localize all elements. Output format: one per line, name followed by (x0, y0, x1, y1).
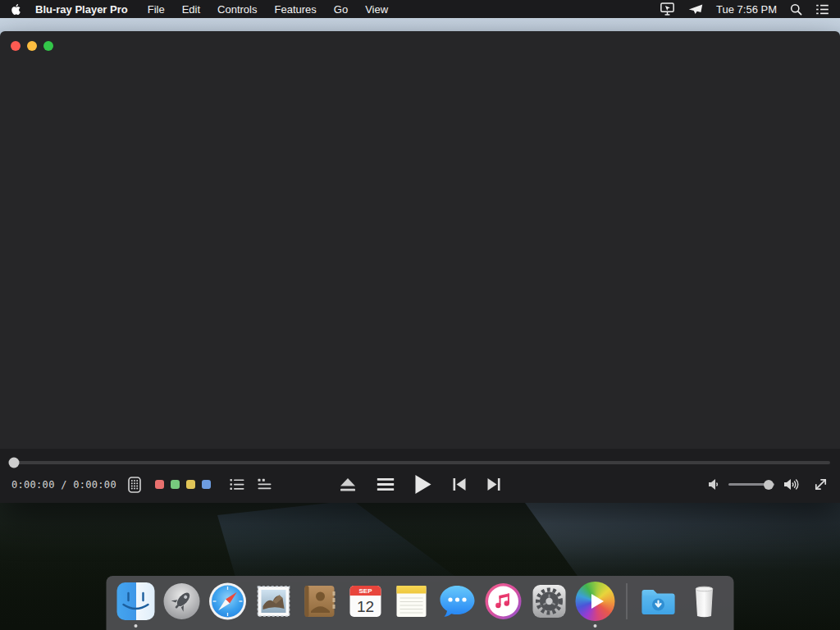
player-window: 0:00:00 / 0:00:00 (0, 31, 840, 503)
chapters-button[interactable] (258, 478, 272, 491)
dock-item-finder[interactable] (116, 582, 156, 621)
menu-go[interactable]: Go (334, 3, 348, 16)
dock: SEP 12 (107, 576, 734, 630)
buttons-row: 0:00:00 / 0:00:00 (0, 468, 840, 501)
volume-down-button[interactable] (708, 478, 719, 491)
apple-menu[interactable] (11, 3, 21, 16)
green-color-button[interactable] (171, 480, 180, 489)
spotlight-menu-item[interactable] (790, 3, 802, 16)
dock-item-trash[interactable] (685, 582, 724, 621)
progress-slider[interactable] (10, 461, 830, 464)
contacts-icon (300, 582, 340, 621)
trash-icon (685, 582, 724, 621)
close-button[interactable] (11, 41, 21, 51)
running-indicator (594, 624, 597, 628)
dock-item-safari[interactable] (208, 582, 248, 621)
calendar-day-label: 12 (357, 598, 374, 615)
yellow-color-button[interactable] (186, 480, 195, 489)
chapters-icon (258, 478, 272, 491)
dock-item-mail[interactable] (254, 582, 294, 621)
display-mirroring-menu-item[interactable] (660, 2, 675, 16)
progress-row (10, 457, 830, 468)
dock-item-downloads[interactable] (639, 582, 678, 621)
dock-item-messages[interactable] (438, 582, 477, 621)
next-icon (487, 477, 501, 491)
play-triangle (591, 594, 604, 609)
messages-icon (438, 582, 477, 621)
app-menu-title[interactable]: Blu-ray Player Pro (35, 3, 128, 16)
volume-slider[interactable] (728, 483, 774, 486)
dock-item-calendar[interactable]: SEP 12 (346, 582, 386, 621)
apple-logo-icon (11, 3, 21, 16)
notes-icon (392, 582, 431, 621)
fullscreen-icon (813, 477, 829, 492)
dock-item-launchpad[interactable] (162, 582, 202, 621)
disc-menu-icon (377, 477, 395, 491)
fullscreen-button[interactable] (813, 477, 829, 492)
previous-button[interactable] (453, 477, 467, 491)
calendar-icon: SEP 12 (346, 582, 386, 621)
notification-center-menu-item[interactable] (815, 4, 829, 15)
numeric-keypad-button[interactable] (128, 477, 141, 493)
time-display: 0:00:00 / 0:00:00 (11, 479, 116, 491)
red-color-button[interactable] (155, 480, 164, 489)
calendar-month-label: SEP (358, 587, 372, 595)
previous-icon (453, 477, 467, 491)
playlist-button[interactable] (230, 478, 244, 491)
menu-controls[interactable]: Controls (217, 3, 257, 16)
menu-bar-clock[interactable]: Tue 7:56 PM (716, 3, 777, 16)
menu-bar-status-area: Tue 7:56 PM (660, 2, 829, 16)
play-icon (415, 474, 432, 495)
menu-view[interactable]: View (365, 3, 388, 16)
dock-item-system-preferences[interactable] (530, 582, 569, 621)
itunes-icon (484, 582, 523, 621)
next-button[interactable] (487, 477, 501, 491)
menu-edit[interactable]: Edit (182, 3, 200, 16)
transport-controls (340, 474, 501, 495)
bd-color-buttons (155, 480, 211, 489)
running-indicator (135, 624, 138, 628)
numeric-keypad-icon (128, 477, 141, 493)
dock-item-itunes[interactable] (484, 582, 523, 621)
dock-item-bluray-player[interactable] (576, 582, 615, 621)
dock-item-notes[interactable] (392, 582, 431, 621)
eject-button[interactable] (340, 477, 357, 492)
bluray-player-icon (576, 582, 615, 621)
launchpad-icon (162, 582, 202, 621)
downloads-folder-icon (639, 582, 678, 621)
notification-center-icon (815, 4, 829, 15)
dock-item-contacts[interactable] (300, 582, 340, 621)
paper-plane-icon (688, 3, 703, 15)
blue-color-button[interactable] (202, 480, 211, 489)
system-preferences-icon (530, 582, 569, 621)
mail-icon (254, 582, 294, 621)
volume-controls (708, 477, 829, 492)
play-button[interactable] (415, 474, 432, 495)
playback-control-bar: 0:00:00 / 0:00:00 (0, 449, 840, 503)
menu-bar: Blu-ray Player Pro File Edit Controls Fe… (0, 0, 840, 18)
volume-up-button[interactable] (783, 477, 799, 491)
spotlight-search-icon (790, 3, 802, 16)
volume-down-icon (708, 478, 719, 491)
disc-menu-button[interactable] (377, 477, 395, 491)
left-control-group: 0:00:00 / 0:00:00 (11, 477, 272, 493)
dock-divider (627, 583, 628, 619)
menu-file[interactable]: File (148, 3, 165, 16)
progress-thumb[interactable] (9, 457, 20, 468)
menu-features[interactable]: Features (275, 3, 317, 16)
volume-thumb[interactable] (764, 480, 774, 490)
window-traffic-lights (11, 41, 53, 51)
eject-icon (340, 477, 357, 492)
display-mirroring-icon (660, 2, 675, 16)
minimize-button[interactable] (27, 41, 37, 51)
safari-icon (208, 582, 248, 621)
playlist-icon (230, 478, 244, 491)
paper-plane-menu-item[interactable] (688, 3, 703, 15)
volume-up-icon (783, 477, 799, 491)
finder-icon (116, 582, 156, 621)
zoom-button[interactable] (43, 41, 53, 51)
